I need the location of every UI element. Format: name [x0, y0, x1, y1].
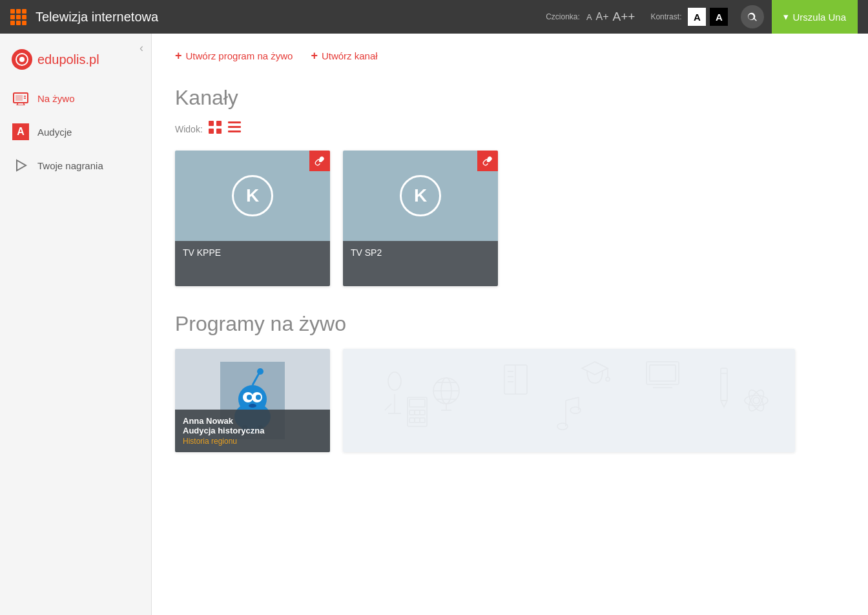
app-title: Telewizja internetowa [36, 10, 546, 25]
programs-grid: Anna Nowak Audycja historyczna Historia … [175, 349, 845, 452]
svg-rect-15 [228, 126, 241, 128]
create-live-button[interactable]: + Utwórz program na żywo [175, 49, 293, 63]
svg-point-22 [247, 395, 252, 400]
channel-k-icon-0: K [232, 175, 273, 216]
user-name: Urszula Una [792, 12, 846, 23]
svg-rect-66 [415, 418, 420, 422]
menu-grid-icon[interactable] [10, 9, 26, 25]
svg-marker-46 [582, 362, 608, 375]
channel-card-1[interactable]: K TV SP2 [343, 151, 498, 286]
channel-name-1: TV SP2 [351, 247, 490, 258]
program-bg-pattern [343, 349, 795, 452]
create-live-label: Utwórz program na żywo [186, 50, 293, 61]
contrast-label: Kontrast: [650, 12, 681, 21]
svg-line-33 [385, 404, 391, 410]
edupolis-logo-icon [12, 49, 32, 70]
main-content: + Utwórz program na żywo + Utwórz kanał … [152, 34, 868, 615]
user-menu-button[interactable]: ▾ Urszula Una [772, 0, 858, 34]
action-bar: + Utwórz program na żywo + Utwórz kanał [175, 49, 845, 63]
font-small-button[interactable]: A [586, 12, 592, 22]
view-grid-button[interactable] [208, 120, 222, 138]
channel-card-0[interactable]: K TV KPPE [175, 151, 330, 286]
svg-rect-10 [209, 121, 214, 126]
search-button[interactable] [741, 5, 764, 28]
svg-point-56 [753, 397, 760, 404]
svg-rect-63 [415, 410, 420, 415]
user-arrow-icon: ▾ [783, 11, 789, 23]
svg-rect-6 [16, 95, 23, 101]
svg-rect-61 [409, 399, 425, 407]
channel-info-1: TV SP2 [343, 241, 498, 286]
svg-rect-67 [420, 418, 425, 422]
create-channel-label: Utwórz kanał [322, 50, 378, 61]
sidebar-label-audycje: Audycje [37, 127, 72, 138]
program-author-0: Anna Nowak [183, 416, 322, 426]
sidebar-label-twoje-nagrania: Twoje nagrania [37, 160, 103, 171]
plus-icon-live: + [175, 49, 182, 63]
live-programs-section-title: Programy na żywo [175, 312, 845, 336]
channel-info-0: TV KPPE [175, 241, 330, 286]
search-icon [747, 11, 758, 23]
channel-k-icon-1: K [400, 175, 441, 216]
topbar: Telewizja internetowa Czcionka: A A+ A++… [0, 0, 868, 34]
svg-rect-16 [228, 130, 241, 132]
view-list-button[interactable] [227, 120, 242, 138]
tv-icon [12, 89, 30, 107]
sidebar-item-na-zywo[interactable]: Na żywo [0, 81, 151, 115]
font-label: Czcionka: [546, 12, 580, 21]
svg-rect-64 [420, 410, 425, 415]
sidebar-item-twoje-nagrania[interactable]: Twoje nagrania [0, 149, 151, 182]
channel-badge-0 [309, 151, 330, 171]
channels-grid: K TV KPPE K TV SP2 [175, 151, 845, 286]
sidebar: ‹ edupolis.pl [0, 34, 152, 615]
contrast-black-button[interactable]: A [710, 8, 728, 26]
channels-section-title: Kanały [175, 86, 845, 110]
channel-badge-1 [477, 151, 498, 171]
svg-rect-13 [216, 129, 222, 134]
font-large-button[interactable]: A++ [613, 10, 636, 24]
program-card-0[interactable]: Anna Nowak Audycja historyczna Historia … [175, 349, 330, 452]
svg-rect-65 [409, 418, 415, 422]
view-label: Widok: [175, 124, 203, 134]
contrast-white-button[interactable]: A [688, 8, 706, 26]
svg-rect-12 [209, 129, 214, 134]
font-controls: Czcionka: A A+ A++ [546, 10, 635, 24]
svg-point-23 [256, 395, 261, 400]
program-info-0: Anna Nowak Audycja historyczna Historia … [175, 410, 330, 452]
program-title-0: Audycja historyczna [183, 426, 322, 435]
svg-line-70 [566, 397, 579, 401]
sidebar-navigation: Na żywo A Audycje Twoje nagrania [0, 81, 151, 182]
svg-point-1 [19, 57, 25, 62]
view-toggle: Widok: [175, 120, 845, 138]
svg-point-26 [257, 368, 264, 375]
svg-rect-11 [216, 121, 222, 126]
svg-rect-62 [409, 410, 415, 415]
svg-rect-50 [650, 365, 676, 381]
create-channel-button[interactable]: + Utwórz kanał [311, 49, 377, 63]
audycje-icon: A [12, 123, 30, 141]
channel-name-0: TV KPPE [183, 247, 322, 258]
svg-marker-54 [721, 401, 727, 407]
play-icon [12, 156, 30, 174]
svg-point-31 [388, 372, 401, 390]
program-subtitle-0: Historia regionu [183, 437, 322, 446]
sidebar-collapse-button[interactable]: ‹ [140, 41, 143, 55]
sidebar-label-na-zywo: Na żywo [37, 93, 75, 104]
svg-rect-14 [228, 121, 241, 123]
svg-point-24 [249, 404, 256, 408]
font-medium-button[interactable]: A+ [596, 11, 609, 23]
program-card-bg[interactable] [343, 349, 795, 452]
channel-thumb-1: K [343, 151, 498, 241]
contrast-controls: Kontrast: A A [650, 8, 728, 26]
channel-thumb-0: K [175, 151, 330, 241]
sidebar-logo-text: edupolis.pl [37, 52, 99, 67]
svg-marker-9 [17, 160, 26, 171]
sidebar-item-audycje[interactable]: A Audycje [0, 115, 151, 149]
plus-icon-channel: + [311, 49, 318, 63]
sidebar-logo: edupolis.pl [0, 41, 151, 81]
main-layout: ‹ edupolis.pl [0, 34, 868, 615]
